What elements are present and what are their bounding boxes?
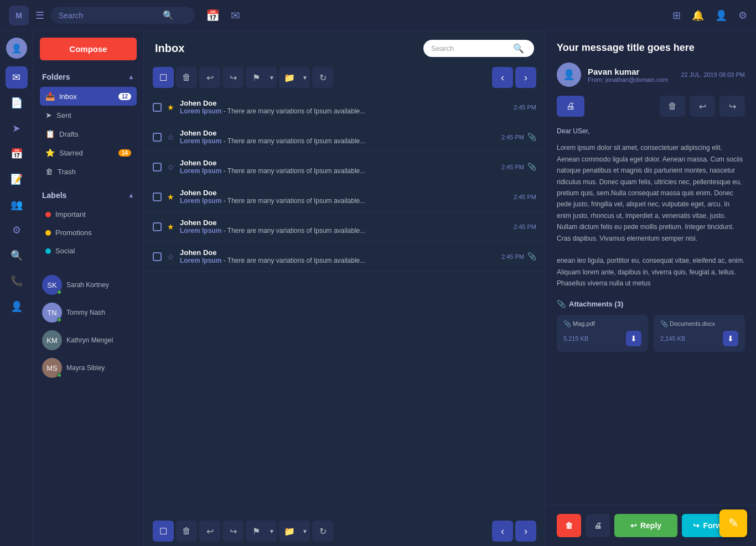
refresh-button[interactable]: ↻ (312, 67, 333, 88)
label-important[interactable]: Important (40, 205, 137, 223)
attachments-section: 📎 Attachments (3) 📎 Mag.pdf 5,215 KB ⬇ (557, 300, 745, 352)
sidebar-icon-send[interactable]: ➤ (6, 117, 28, 139)
label-social[interactable]: Social (40, 242, 137, 260)
compose-floating-button[interactable]: ✎ (719, 509, 747, 537)
forward-button[interactable]: ↪ (719, 96, 745, 117)
next-page-button-2[interactable]: › (515, 521, 536, 542)
delete-message-button[interactable]: 🗑 (557, 514, 581, 537)
print-button[interactable]: 🖨 (557, 96, 584, 117)
folder-button-2[interactable]: 📁 (279, 521, 300, 542)
email-row[interactable]: ☆ Johen Doe Lorem Ipsum - There are many… (144, 152, 545, 182)
next-page-button[interactable]: › (515, 67, 536, 88)
sidebar-icon-mail[interactable]: ✉ (6, 66, 28, 89)
flag-dropdown-2[interactable]: ▼ (267, 521, 277, 542)
trash-button[interactable]: 🗑 (660, 96, 685, 117)
reply-all-button[interactable]: ↩ (199, 67, 220, 88)
mail-icon[interactable]: ✉ (231, 9, 240, 22)
app-logo[interactable]: M (9, 6, 29, 25)
email-checkbox[interactable] (153, 193, 162, 201)
star-icon[interactable]: ☆ (167, 133, 174, 142)
flag-button[interactable]: ⚑ (246, 67, 267, 88)
email-checkbox[interactable] (153, 103, 162, 112)
contact-kathryn[interactable]: KM Kathryn Mengel (40, 326, 137, 354)
star-icon[interactable]: ★ (167, 193, 174, 201)
delete-button-2[interactable]: 🗑 (176, 521, 197, 542)
contact-sarah[interactable]: SK Sarah Kortney (40, 271, 137, 299)
menu-icon[interactable]: ☰ (35, 9, 44, 22)
folder-button[interactable]: 📁 (279, 67, 300, 88)
star-icon[interactable]: ★ (167, 222, 174, 231)
print-message-button[interactable]: 🖨 (586, 514, 610, 537)
folder-drafts[interactable]: 📋 Drafts (40, 124, 137, 143)
forward-button[interactable]: ↪ (222, 67, 244, 88)
select-all-button[interactable]: ☐ (153, 67, 174, 88)
refresh-button-2[interactable]: ↻ (312, 521, 333, 542)
email-checkbox[interactable] (153, 252, 162, 261)
topbar-search-input[interactable] (59, 11, 158, 20)
attachment-cards: 📎 Mag.pdf 5,215 KB ⬇ 📎 Documents.docx 2,… (557, 315, 745, 352)
middle-panel: Inbox 🔍 ☐ 🗑 ↩ ↪ ⚑ ▼ 📁 ▼ ↻ ‹ › (144, 31, 546, 546)
star-icon[interactable]: ★ (167, 103, 174, 112)
folder-starred[interactable]: ⭐ Starred 14 (40, 143, 137, 162)
email-checkbox[interactable] (153, 133, 162, 142)
folder-dropdown-2[interactable]: ▼ (300, 521, 310, 542)
email-checkbox[interactable] (153, 222, 162, 231)
contact-tommy[interactable]: TN Tommy Nash (40, 299, 137, 326)
reply-all-button-2[interactable]: ↩ (199, 521, 220, 542)
delete-button[interactable]: 🗑 (176, 67, 197, 88)
sidebar-icon-docs[interactable]: 📄 (6, 92, 28, 114)
email-row[interactable]: ★ Johen Doe Lorem Ipsum - There are many… (144, 212, 545, 242)
folder-group: 📁 ▼ (279, 67, 310, 88)
folder-starred-label: Starred (59, 149, 83, 157)
folders-chevron-icon[interactable]: ▲ (128, 73, 134, 81)
folder-trash-label: Trash (58, 168, 76, 176)
email-row[interactable]: ★ Johen Doe Lorem Ipsum - There are many… (144, 182, 545, 212)
attachment-name-2: 📎 Documents.docx (660, 320, 738, 327)
sidebar-icon-search[interactable]: 🔍 (6, 245, 28, 267)
prev-page-button-2[interactable]: ‹ (492, 521, 513, 542)
folder-sent[interactable]: ➤ Sent (40, 106, 137, 124)
sidebar-icon-phone[interactable]: 📞 (6, 270, 28, 292)
select-all-button-2[interactable]: ☐ (153, 521, 174, 542)
flag-group: ⚑ ▼ (246, 67, 277, 88)
inbox-search[interactable]: 🔍 (423, 40, 534, 57)
topbar-search[interactable]: 🔍 (51, 7, 195, 24)
star-icon[interactable]: ☆ (167, 252, 174, 261)
user-icon[interactable]: 👤 (715, 9, 727, 22)
email-row[interactable]: ☆ Johen Doe Lorem Ipsum - There are many… (144, 122, 545, 152)
contact-mayra[interactable]: MS Mayra Sibley (40, 354, 137, 382)
email-row[interactable]: ★ Johen Doe Lorem Ipsum - There are many… (144, 92, 545, 122)
download-button-2[interactable]: ⬇ (723, 331, 738, 346)
bell-icon[interactable]: 🔔 (692, 9, 704, 22)
email-checkbox[interactable] (153, 163, 162, 171)
sidebar-icon-contact[interactable]: 👤 (6, 295, 28, 318)
forward-button-2[interactable]: ↪ (222, 521, 244, 542)
reply-message-button[interactable]: ↩ Reply (614, 514, 677, 537)
label-promotions[interactable]: Promotions (40, 223, 137, 242)
folder-dropdown[interactable]: ▼ (300, 67, 310, 88)
flag-button-2[interactable]: ⚑ (246, 521, 267, 542)
folder-trash[interactable]: 🗑 Trash (40, 162, 137, 181)
download-button-1[interactable]: ⬇ (626, 331, 641, 346)
email-row[interactable]: ☆ Johen Doe Lorem Ipsum - There are many… (144, 242, 545, 272)
sidebar-icon-team[interactable]: 👥 (6, 194, 28, 216)
calendar-icon[interactable]: 📅 (206, 9, 220, 22)
prev-page-button[interactable]: ‹ (492, 67, 513, 88)
sidebar-icon-settings[interactable]: ⚙ (6, 219, 28, 241)
inbox-search-input[interactable] (431, 44, 509, 53)
flag-dropdown[interactable]: ▼ (267, 67, 277, 88)
star-icon[interactable]: ☆ (167, 163, 174, 171)
user-avatar[interactable]: 👤 (6, 38, 27, 59)
folder-inbox[interactable]: 📥 Inbox 12 (40, 87, 137, 106)
attachment-card-1: 📎 Mag.pdf 5,215 KB ⬇ (557, 315, 648, 352)
compose-button[interactable]: Compose (40, 38, 137, 60)
expand-icon[interactable]: ⊞ (672, 9, 681, 22)
folders-label: Folders (42, 72, 70, 81)
inbox-title: Inbox (155, 42, 184, 55)
sliders-icon[interactable]: ⚙ (738, 9, 747, 22)
labels-chevron-icon[interactable]: ▲ (128, 191, 134, 199)
label-social-text: Social (55, 247, 75, 255)
reply-button[interactable]: ↩ (690, 96, 715, 117)
sidebar-icon-notes[interactable]: 📝 (6, 168, 28, 190)
sidebar-icon-calendar[interactable]: 📅 (6, 143, 28, 165)
